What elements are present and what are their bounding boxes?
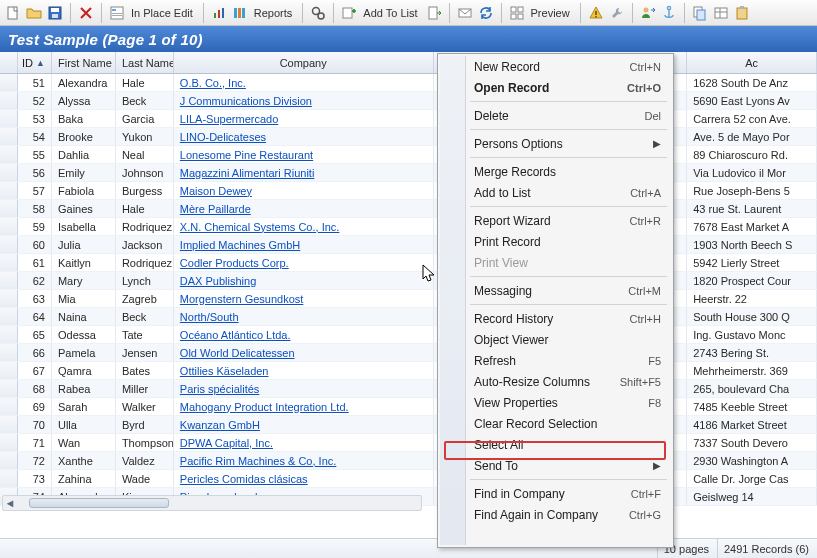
company-link[interactable]: J Communications Division <box>180 95 312 107</box>
row-header[interactable] <box>0 272 18 289</box>
person-export-icon[interactable] <box>639 4 657 22</box>
company-link[interactable]: Codler Products Corp. <box>180 257 289 269</box>
clipboard-icon[interactable] <box>733 4 751 22</box>
add-to-list-button[interactable]: Add To List <box>363 7 417 19</box>
table-row[interactable]: 62MaryLynchDAX Publishing1820 Prospect C… <box>0 272 817 290</box>
row-header-corner[interactable] <box>0 52 18 73</box>
ctx-open-record[interactable]: Open RecordCtrl+O <box>441 77 670 98</box>
company-link[interactable]: X.N. Chemical Systems Co., Inc. <box>180 221 340 233</box>
col-header-address[interactable]: Ac <box>687 52 817 73</box>
scroll-left-icon[interactable]: ◄ <box>3 496 17 510</box>
preview-grid-icon[interactable] <box>508 4 526 22</box>
table-row[interactable]: 56EmilyJohnsonMagazzini Alimentari Riuni… <box>0 164 817 182</box>
company-link[interactable]: North/South <box>180 311 239 323</box>
company-link[interactable]: DAX Publishing <box>180 275 256 287</box>
ctx-clear-record-selection[interactable]: Clear Record Selection <box>441 413 670 434</box>
company-link[interactable]: Paris spécialités <box>180 383 259 395</box>
table-row[interactable]: 61KaitlynRodriquezCodler Products Corp.5… <box>0 254 817 272</box>
row-header[interactable] <box>0 146 18 163</box>
ctx-delete[interactable]: DeleteDel <box>441 105 670 126</box>
table-row[interactable]: 59IsabellaRodriquezX.N. Chemical Systems… <box>0 218 817 236</box>
ctx-auto-resize[interactable]: Auto-Resize ColumnsShift+F5 <box>441 371 670 392</box>
ctx-find-again[interactable]: Find Again in CompanyCtrl+G <box>441 504 670 525</box>
table-merge-icon[interactable] <box>712 4 730 22</box>
table-row[interactable]: 69SarahWalkerMahogany Product Integratio… <box>0 398 817 416</box>
ctx-view-properties[interactable]: View PropertiesF8 <box>441 392 670 413</box>
open-icon[interactable] <box>25 4 43 22</box>
row-header[interactable] <box>0 452 18 469</box>
table-row[interactable]: 55DahliaNealLonesome Pine Restaurant89 C… <box>0 146 817 164</box>
company-link[interactable]: Old World Delicatessen <box>180 347 295 359</box>
save-icon[interactable] <box>46 4 64 22</box>
company-link[interactable]: LILA-Supermercado <box>180 113 278 125</box>
row-header[interactable] <box>0 74 18 91</box>
table-row[interactable]: 60JuliaJacksonImplied Machines GmbH1903 … <box>0 236 817 254</box>
in-place-edit-button[interactable]: In Place Edit <box>131 7 193 19</box>
company-link[interactable]: Ottilies Käseladen <box>180 365 269 377</box>
table-row[interactable]: 51AlexandraHaleO.B. Co., Inc.1628 South … <box>0 74 817 92</box>
table-row[interactable]: 68RabeaMillerParis spécialités265, boule… <box>0 380 817 398</box>
row-header[interactable] <box>0 416 18 433</box>
row-header[interactable] <box>0 92 18 109</box>
refresh-icon[interactable] <box>477 4 495 22</box>
company-link[interactable]: Pericles Comidas clásicas <box>180 473 308 485</box>
company-link[interactable]: Kwanzan GmbH <box>180 419 260 431</box>
company-link[interactable]: Pacific Rim Machines & Co, Inc. <box>180 455 337 467</box>
ctx-print-record[interactable]: Print Record <box>441 231 670 252</box>
anchor-icon[interactable] <box>660 4 678 22</box>
company-link[interactable]: Maison Dewey <box>180 185 252 197</box>
table-row[interactable]: 54BrookeYukonLINO-DelicatesesAve. 5 de M… <box>0 128 817 146</box>
col-header-first-name[interactable]: First Name <box>52 52 116 73</box>
company-link[interactable]: Lonesome Pine Restaurant <box>180 149 313 161</box>
ctx-merge-records[interactable]: Merge Records <box>441 161 670 182</box>
company-link[interactable]: DPWA Capital, Inc. <box>180 437 273 449</box>
preview-button[interactable]: Preview <box>531 7 570 19</box>
chart-columns-icon[interactable] <box>231 4 249 22</box>
col-header-company[interactable]: Company <box>174 52 434 73</box>
row-header[interactable] <box>0 254 18 271</box>
row-header[interactable] <box>0 128 18 145</box>
ctx-persons-options[interactable]: Persons Options▶ <box>441 133 670 154</box>
ctx-report-wizard[interactable]: Report WizardCtrl+R <box>441 210 670 231</box>
row-header[interactable] <box>0 182 18 199</box>
row-header[interactable] <box>0 380 18 397</box>
company-link[interactable]: LINO-Delicateses <box>180 131 266 143</box>
table-row[interactable]: 73ZahinaWadePericles Comidas clásicasCal… <box>0 470 817 488</box>
ctx-record-history[interactable]: Record HistoryCtrl+H <box>441 308 670 329</box>
warning-icon[interactable] <box>587 4 605 22</box>
row-header[interactable] <box>0 236 18 253</box>
table-row[interactable]: 63MiaZagrebMorgenstern GesundkostHeerstr… <box>0 290 817 308</box>
form-icon[interactable] <box>108 4 126 22</box>
row-header[interactable] <box>0 110 18 127</box>
row-header[interactable] <box>0 218 18 235</box>
company-link[interactable]: Magazzini Alimentari Riuniti <box>180 167 315 179</box>
company-link[interactable]: Morgenstern Gesundkost <box>180 293 304 305</box>
table-row[interactable]: 57FabiolaBurgessMaison DeweyRue Joseph-B… <box>0 182 817 200</box>
ctx-find-in-company[interactable]: Find in CompanyCtrl+F <box>441 483 670 504</box>
mail-icon[interactable] <box>456 4 474 22</box>
row-header[interactable] <box>0 200 18 217</box>
reports-button[interactable]: Reports <box>254 7 293 19</box>
ctx-add-to-list[interactable]: Add to ListCtrl+A <box>441 182 670 203</box>
row-header[interactable] <box>0 308 18 325</box>
col-header-last-name[interactable]: Last Name <box>116 52 174 73</box>
ctx-select-all[interactable]: Select All <box>441 434 670 455</box>
table-row[interactable]: 53BakaGarciaLILA-SupermercadoCarrera 52 … <box>0 110 817 128</box>
table-row[interactable]: 67QamraBatesOttilies KäseladenMehrheimer… <box>0 362 817 380</box>
new-icon[interactable] <box>4 4 22 22</box>
table-row[interactable]: 71WanThompsonDPWA Capital, Inc.7337 Sout… <box>0 434 817 452</box>
find-icon[interactable] <box>309 4 327 22</box>
row-header[interactable] <box>0 434 18 451</box>
company-link[interactable]: Mère Paillarde <box>180 203 251 215</box>
row-header[interactable] <box>0 326 18 343</box>
scroll-thumb[interactable] <box>29 498 169 508</box>
list-add-icon[interactable] <box>340 4 358 22</box>
table-row[interactable]: 52AlyssaBeckJ Communications Division569… <box>0 92 817 110</box>
copy-form-icon[interactable] <box>691 4 709 22</box>
row-header[interactable] <box>0 398 18 415</box>
row-header[interactable] <box>0 470 18 487</box>
table-row[interactable]: 65OdessaTateOcéano Atlántico Ltda.Ing. G… <box>0 326 817 344</box>
chart-bar-icon[interactable] <box>210 4 228 22</box>
company-link[interactable]: Mahogany Product Integration Ltd. <box>180 401 349 413</box>
horizontal-scrollbar[interactable]: ◄ <box>2 495 422 511</box>
